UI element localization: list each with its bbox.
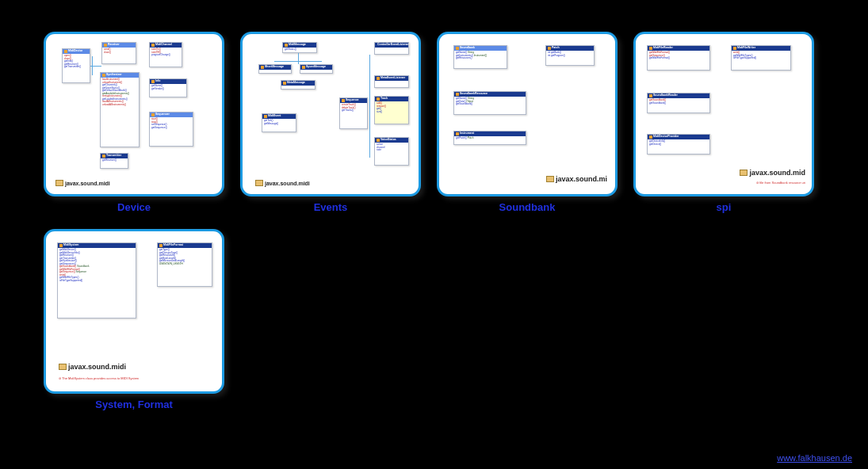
package-label: javax.sound.mi (546, 175, 607, 183)
card-wrap-events: MidiMessage getStatus() ShortMessage Sys… (240, 32, 421, 213)
package-label: javax.sound.midi (255, 180, 310, 186)
package-label: javax.sound.midi (59, 363, 126, 371)
card-wrap-soundbank: Soundbank getName() StringgetInstruments… (437, 32, 618, 213)
uml-header: ShortMessage (259, 65, 291, 70)
card-wrap-spi: MidiFileReader getMidiFileFormat()getSeq… (633, 32, 814, 213)
note-text: The MidiSystem class provides access to … (59, 376, 139, 380)
uml-header: MetaEventListener (375, 76, 408, 81)
thumbnail-grid: MidiDevice open()close()getInfo()getRece… (0, 0, 868, 410)
caption-device: Device (117, 201, 151, 213)
caption-events: Events (314, 201, 348, 213)
uml-header: ControllerEventListener (375, 43, 408, 48)
package-label: javax.sound.midi (55, 180, 110, 186)
card-events[interactable]: MidiMessage getStatus() ShortMessage Sys… (240, 32, 421, 196)
uml-header: SysexMessage (300, 65, 332, 70)
note-text: file from Soundbank resource uri (756, 181, 805, 185)
uml-header: MetaMessage (281, 81, 315, 86)
card-wrap-device: MidiDevice open()close()getInfo()getRece… (44, 32, 224, 213)
footer-link[interactable]: www.falkhausen.de (777, 453, 852, 463)
caption-soundbank: Soundbank (499, 201, 556, 213)
package-label: javax.sound.mid (740, 169, 805, 177)
card-soundbank[interactable]: Soundbank getName() StringgetInstruments… (437, 32, 618, 196)
card-device[interactable]: MidiDevice open()close()getInfo()getRece… (44, 32, 224, 196)
card-spi[interactable]: MidiFileReader getMidiFileFormat()getSeq… (633, 32, 814, 196)
caption-system-format: System, Format (95, 398, 173, 410)
caption-spi: spi (717, 201, 732, 213)
card-wrap-system-format: MidiSystem getMidiDevice() getMidiDevice… (44, 229, 224, 410)
card-system-format[interactable]: MidiSystem getMidiDevice() getMidiDevice… (44, 229, 224, 394)
